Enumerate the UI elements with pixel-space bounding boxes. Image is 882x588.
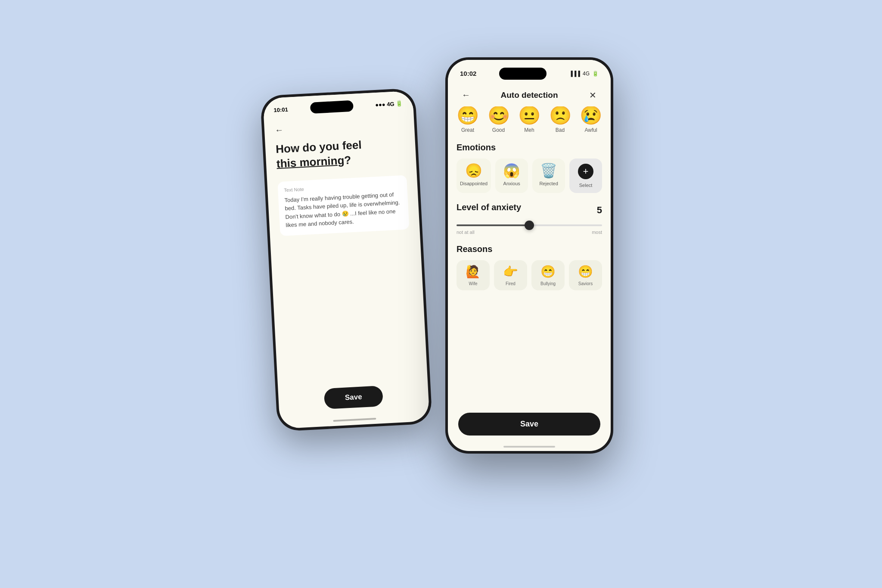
emotion-anxious[interactable]: 😱 Anxious <box>495 159 528 193</box>
rejected-emoji: 🗑️ <box>540 164 557 177</box>
fired-label: Fired <box>506 281 516 286</box>
slider-left-label: not at all <box>457 230 475 235</box>
front-nav: ← Auto detection ✕ <box>448 81 611 106</box>
slider-track <box>457 224 602 226</box>
front-status-icons: ▐▐▐ 4G 🔋 <box>569 71 599 77</box>
mood-great[interactable]: 😁 Great <box>457 106 479 133</box>
mood-row: 😁 Great 😊 Good 😐 Meh 🙁 Bad <box>457 106 602 133</box>
bad-emoji: 🙁 <box>549 106 571 124</box>
bad-label: Bad <box>556 127 565 133</box>
anxiety-value: 5 <box>597 205 602 216</box>
reasons-grid: 🙋 Wife 👉 Fired 😁 Bullying 😁 <box>457 260 602 290</box>
disappointed-emoji: 😞 <box>465 164 482 177</box>
slider-right-label: most <box>592 230 602 235</box>
screen-title: Auto detection <box>501 90 558 100</box>
back-time: 10:01 <box>273 106 288 113</box>
text-note-box: Text Note Today I'm really having troubl… <box>277 175 409 236</box>
back-phone: 10:01 ●●● 4G 🔋 ← How do you feel this mo… <box>260 88 432 432</box>
good-emoji: 😊 <box>488 106 510 124</box>
front-time: 10:02 <box>460 70 476 77</box>
saviors-label: Saviors <box>578 281 593 286</box>
bullying-label: Bullying <box>540 281 556 286</box>
anxious-emoji: 😱 <box>503 164 520 177</box>
save-area: Save <box>448 408 611 442</box>
battery-icon: 🔋 <box>592 71 599 77</box>
emotion-select[interactable]: + Select <box>569 159 602 193</box>
emotions-grid: 😞 Disappointed 😱 Anxious 🗑️ Rejected + S… <box>457 159 602 193</box>
slider-fill <box>457 224 529 226</box>
back-status-icons: ●●● 4G 🔋 <box>375 100 403 108</box>
network-label: 4G <box>583 71 590 77</box>
scene: 10:01 ●●● 4G 🔋 ← How do you feel this mo… <box>269 57 613 531</box>
wife-emoji: 🙋 <box>466 264 481 279</box>
reason-fired[interactable]: 👉 Fired <box>494 260 527 290</box>
question-text: How do you feel this morning? <box>275 135 406 171</box>
great-emoji: 😁 <box>457 106 479 124</box>
bullying-emoji: 😁 <box>540 264 556 279</box>
meh-emoji: 😐 <box>518 106 540 124</box>
back-dynamic-island <box>310 100 353 113</box>
disappointed-label: Disappointed <box>460 181 488 186</box>
mood-good[interactable]: 😊 Good <box>488 106 510 133</box>
anxious-label: Anxious <box>503 181 520 186</box>
reasons-section: Reasons 🙋 Wife 👉 Fired 😁 Bullying <box>457 244 602 290</box>
slider-thumb[interactable] <box>525 221 534 230</box>
close-button[interactable]: ✕ <box>585 87 600 103</box>
front-scroll-area: 😁 Great 😊 Good 😐 Meh 🙁 Bad <box>448 106 611 408</box>
emotions-title: Emotions <box>457 143 602 152</box>
rejected-label: Rejected <box>539 181 558 186</box>
reason-wife[interactable]: 🙋 Wife <box>457 260 490 290</box>
wife-label: Wife <box>469 281 478 286</box>
select-plus-icon: + <box>578 164 593 179</box>
signal-bars-icon: ▐▐▐ <box>569 71 580 77</box>
home-bar <box>503 446 555 448</box>
awful-label: Awful <box>584 127 597 133</box>
mood-awful[interactable]: 😢 Awful <box>580 106 602 133</box>
back-save-button[interactable]: Save <box>324 386 383 409</box>
back-button[interactable]: ← <box>458 87 474 103</box>
select-label: Select <box>579 183 593 188</box>
great-label: Great <box>461 127 474 133</box>
back-home-indicator <box>333 417 376 421</box>
saviors-emoji: 😁 <box>578 264 593 279</box>
reason-saviors[interactable]: 😁 Saviors <box>569 260 602 290</box>
fired-emoji: 👉 <box>503 264 518 279</box>
anxiety-title: Level of anxiety <box>457 202 521 212</box>
reason-bullying[interactable]: 😁 Bullying <box>531 260 565 290</box>
slider-labels: not at all most <box>457 230 602 235</box>
text-note-content: Today I'm really having trouble getting … <box>284 190 403 229</box>
front-dynamic-island <box>499 68 547 80</box>
front-home-indicator <box>448 442 611 451</box>
front-save-button[interactable]: Save <box>458 413 600 436</box>
good-label: Good <box>492 127 505 133</box>
front-status-bar: 10:02 ▐▐▐ 4G 🔋 <box>448 60 611 81</box>
mood-meh[interactable]: 😐 Meh <box>518 106 540 133</box>
back-nav-arrow[interactable]: ← <box>274 118 404 135</box>
anxiety-slider[interactable] <box>457 224 602 226</box>
anxiety-header: Level of anxiety 5 <box>457 202 602 218</box>
reasons-title: Reasons <box>457 244 602 254</box>
front-phone: 10:02 ▐▐▐ 4G 🔋 ← Auto detection ✕ <box>445 57 613 454</box>
mood-bad[interactable]: 🙁 Bad <box>549 106 571 133</box>
emotion-disappointed[interactable]: 😞 Disappointed <box>457 159 491 193</box>
anxiety-section: Level of anxiety 5 not at all most <box>457 202 602 235</box>
awful-emoji: 😢 <box>580 106 602 124</box>
question-underline: this morning <box>276 153 345 170</box>
meh-label: Meh <box>524 127 534 133</box>
emotion-rejected[interactable]: 🗑️ Rejected <box>532 159 565 193</box>
